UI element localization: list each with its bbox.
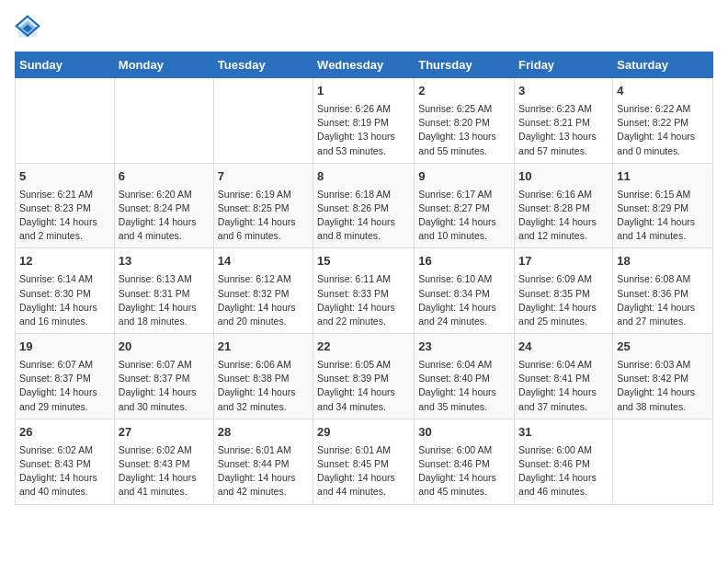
weekday-header-thursday: Thursday: [415, 52, 515, 78]
calendar-cell: 1Sunrise: 6:26 AMSunset: 8:19 PMDaylight…: [313, 78, 415, 164]
calendar-cell: 31Sunrise: 6:00 AMSunset: 8:46 PMDayligh…: [515, 419, 613, 504]
day-info: Sunrise: 6:23 AMSunset: 8:21 PMDaylight:…: [518, 102, 609, 158]
calendar-cell: 5Sunrise: 6:21 AMSunset: 8:23 PMDaylight…: [16, 163, 115, 248]
logo: [15, 15, 44, 40]
day-info: Sunrise: 6:17 AMSunset: 8:27 PMDaylight:…: [418, 188, 510, 244]
day-info: Sunrise: 6:15 AMSunset: 8:29 PMDaylight:…: [617, 188, 709, 244]
calendar-cell: 24Sunrise: 6:04 AMSunset: 8:41 PMDayligh…: [515, 334, 613, 419]
day-info: Sunrise: 6:00 AMSunset: 8:46 PMDaylight:…: [418, 443, 510, 500]
calendar-week-3: 12Sunrise: 6:14 AMSunset: 8:30 PMDayligh…: [16, 248, 713, 334]
day-info: Sunrise: 6:09 AMSunset: 8:35 PMDaylight:…: [518, 272, 609, 328]
calendar-cell: 7Sunrise: 6:19 AMSunset: 8:25 PMDaylight…: [213, 163, 313, 248]
day-number: 1: [317, 83, 410, 100]
day-info: Sunrise: 6:07 AMSunset: 8:37 PMDaylight:…: [19, 358, 110, 414]
day-number: 30: [418, 424, 510, 442]
calendar-cell: 15Sunrise: 6:11 AMSunset: 8:33 PMDayligh…: [313, 248, 415, 334]
calendar-cell: 26Sunrise: 6:02 AMSunset: 8:43 PMDayligh…: [16, 419, 115, 504]
logo-icon: [15, 15, 40, 40]
calendar-cell: 17Sunrise: 6:09 AMSunset: 8:35 PMDayligh…: [515, 248, 613, 334]
calendar-week-4: 19Sunrise: 6:07 AMSunset: 8:37 PMDayligh…: [16, 334, 713, 419]
day-info: Sunrise: 6:02 AMSunset: 8:43 PMDaylight:…: [19, 443, 110, 500]
calendar-cell: [16, 78, 115, 164]
day-info: Sunrise: 6:00 AMSunset: 8:46 PMDaylight:…: [518, 443, 609, 500]
day-number: 22: [317, 339, 410, 356]
day-number: 28: [218, 424, 309, 442]
weekday-header-tuesday: Tuesday: [213, 52, 313, 78]
calendar-cell: 25Sunrise: 6:03 AMSunset: 8:42 PMDayligh…: [613, 334, 713, 419]
weekday-header-wednesday: Wednesday: [313, 52, 415, 78]
weekday-header-friday: Friday: [515, 52, 613, 78]
day-number: 16: [418, 253, 510, 270]
calendar-cell: 21Sunrise: 6:06 AMSunset: 8:38 PMDayligh…: [213, 334, 313, 419]
calendar-week-5: 26Sunrise: 6:02 AMSunset: 8:43 PMDayligh…: [16, 419, 713, 504]
weekday-header-sunday: Sunday: [16, 52, 115, 78]
day-info: Sunrise: 6:21 AMSunset: 8:23 PMDaylight:…: [19, 188, 110, 244]
day-number: 13: [119, 253, 210, 270]
calendar-cell: 22Sunrise: 6:05 AMSunset: 8:39 PMDayligh…: [313, 334, 415, 419]
calendar-cell: [613, 419, 713, 504]
day-info: Sunrise: 6:04 AMSunset: 8:40 PMDaylight:…: [418, 358, 510, 414]
calendar-cell: 28Sunrise: 6:01 AMSunset: 8:44 PMDayligh…: [213, 419, 313, 504]
calendar-cell: 16Sunrise: 6:10 AMSunset: 8:34 PMDayligh…: [415, 248, 515, 334]
calendar-cell: 13Sunrise: 6:13 AMSunset: 8:31 PMDayligh…: [114, 248, 213, 334]
day-number: 19: [19, 339, 110, 356]
day-info: Sunrise: 6:11 AMSunset: 8:33 PMDaylight:…: [317, 272, 410, 328]
calendar-cell: [213, 78, 313, 164]
day-info: Sunrise: 6:03 AMSunset: 8:42 PMDaylight:…: [617, 358, 709, 414]
day-number: 11: [617, 168, 709, 186]
calendar-cell: 27Sunrise: 6:02 AMSunset: 8:43 PMDayligh…: [114, 419, 213, 504]
day-info: Sunrise: 6:05 AMSunset: 8:39 PMDaylight:…: [317, 358, 410, 414]
day-info: Sunrise: 6:12 AMSunset: 8:32 PMDaylight:…: [218, 272, 309, 328]
day-info: Sunrise: 6:20 AMSunset: 8:24 PMDaylight:…: [119, 188, 210, 244]
day-number: 31: [518, 424, 609, 442]
day-info: Sunrise: 6:16 AMSunset: 8:28 PMDaylight:…: [518, 188, 609, 244]
day-number: 5: [19, 168, 110, 186]
day-number: 20: [119, 339, 210, 356]
day-info: Sunrise: 6:01 AMSunset: 8:45 PMDaylight:…: [317, 443, 410, 500]
calendar-week-1: 1Sunrise: 6:26 AMSunset: 8:19 PMDaylight…: [16, 78, 713, 164]
day-number: 12: [19, 253, 110, 270]
day-number: 17: [518, 253, 609, 270]
calendar-week-2: 5Sunrise: 6:21 AMSunset: 8:23 PMDaylight…: [16, 163, 713, 248]
day-number: 6: [119, 168, 210, 186]
day-number: 26: [19, 424, 110, 442]
day-number: 15: [317, 253, 410, 270]
calendar-cell: 30Sunrise: 6:00 AMSunset: 8:46 PMDayligh…: [415, 419, 515, 504]
weekday-header-monday: Monday: [114, 52, 213, 78]
calendar-cell: 2Sunrise: 6:25 AMSunset: 8:20 PMDaylight…: [415, 78, 515, 164]
day-number: 29: [317, 424, 410, 442]
day-number: 18: [617, 253, 709, 270]
calendar-cell: 23Sunrise: 6:04 AMSunset: 8:40 PMDayligh…: [415, 334, 515, 419]
day-number: 7: [218, 168, 309, 186]
calendar-cell: 6Sunrise: 6:20 AMSunset: 8:24 PMDaylight…: [114, 163, 213, 248]
day-info: Sunrise: 6:04 AMSunset: 8:41 PMDaylight:…: [518, 358, 609, 414]
day-number: 24: [518, 339, 609, 356]
page-header: [15, 15, 713, 40]
calendar-cell: [114, 78, 213, 164]
day-number: 25: [617, 339, 709, 356]
day-info: Sunrise: 6:10 AMSunset: 8:34 PMDaylight:…: [418, 272, 510, 328]
day-info: Sunrise: 6:19 AMSunset: 8:25 PMDaylight:…: [218, 188, 309, 244]
day-info: Sunrise: 6:01 AMSunset: 8:44 PMDaylight:…: [218, 443, 309, 500]
day-number: 4: [617, 83, 709, 100]
day-number: 14: [218, 253, 309, 270]
day-info: Sunrise: 6:02 AMSunset: 8:43 PMDaylight:…: [119, 443, 210, 500]
calendar-cell: 9Sunrise: 6:17 AMSunset: 8:27 PMDaylight…: [415, 163, 515, 248]
calendar-cell: 8Sunrise: 6:18 AMSunset: 8:26 PMDaylight…: [313, 163, 415, 248]
calendar-table: SundayMondayTuesdayWednesdayThursdayFrid…: [15, 52, 713, 505]
day-number: 27: [119, 424, 210, 442]
calendar-cell: 10Sunrise: 6:16 AMSunset: 8:28 PMDayligh…: [515, 163, 613, 248]
calendar-cell: 4Sunrise: 6:22 AMSunset: 8:22 PMDaylight…: [613, 78, 713, 164]
calendar-cell: 20Sunrise: 6:07 AMSunset: 8:37 PMDayligh…: [114, 334, 213, 419]
day-info: Sunrise: 6:06 AMSunset: 8:38 PMDaylight:…: [218, 358, 309, 414]
day-info: Sunrise: 6:25 AMSunset: 8:20 PMDaylight:…: [418, 102, 510, 158]
calendar-cell: 18Sunrise: 6:08 AMSunset: 8:36 PMDayligh…: [613, 248, 713, 334]
day-info: Sunrise: 6:08 AMSunset: 8:36 PMDaylight:…: [617, 272, 709, 328]
calendar-cell: 14Sunrise: 6:12 AMSunset: 8:32 PMDayligh…: [213, 248, 313, 334]
day-info: Sunrise: 6:07 AMSunset: 8:37 PMDaylight:…: [119, 358, 210, 414]
calendar-cell: 29Sunrise: 6:01 AMSunset: 8:45 PMDayligh…: [313, 419, 415, 504]
calendar-header-row: SundayMondayTuesdayWednesdayThursdayFrid…: [16, 52, 713, 78]
day-number: 2: [418, 83, 510, 100]
day-info: Sunrise: 6:18 AMSunset: 8:26 PMDaylight:…: [317, 188, 410, 244]
calendar-cell: 12Sunrise: 6:14 AMSunset: 8:30 PMDayligh…: [16, 248, 115, 334]
